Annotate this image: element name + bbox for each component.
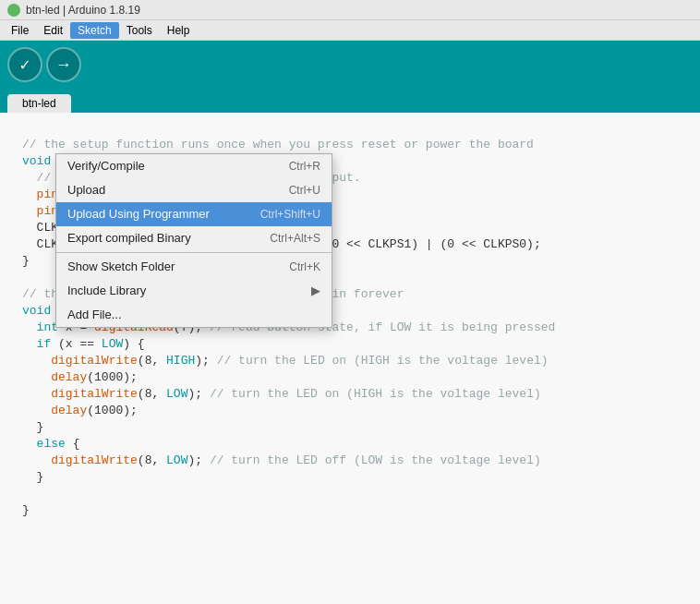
include-library-label: Include Library [67,283,304,299]
code-line-17: digitalWrite(8, LOW); // turn the LED on… [11,386,689,403]
upload-programmer-label: Upload Using Programmer [67,206,242,223]
menu-file[interactable]: File [4,22,36,39]
add-file-label: Add File... [67,307,320,323]
upload-shortcut: Ctrl+U [289,182,320,199]
dropdown-separator [56,252,332,253]
verify-compile-label: Verify/Compile [67,158,271,175]
code-line-16: delay(1000); [11,369,689,386]
export-binary-shortcut: Ctrl+Alt+S [270,230,320,247]
code-editor: // the setup function runs once when you… [0,113,700,604]
sketch-dropdown: Verify/Compile Ctrl+R Upload Ctrl+U Uplo… [55,153,332,328]
verify-button[interactable]: ✓ [7,47,42,82]
code-line-1 [11,120,689,137]
code-line-15: digitalWrite(8, HIGH); // turn the LED o… [11,353,689,369]
title-bar: btn-led | Arduino 1.8.19 [0,0,700,20]
tab-btn-led[interactable]: btn-led [7,94,71,113]
upload-label: Upload [67,182,271,199]
show-sketch-folder-label: Show Sketch Folder [67,259,271,275]
tab-bar: btn-led [0,89,700,113]
include-library-arrow: ▶ [311,283,320,299]
code-line-22: } [11,469,689,486]
menu-tools[interactable]: Tools [119,22,160,39]
code-line-19: } [11,419,689,436]
code-line-2: // the setup function runs once when you… [11,137,689,153]
menu-help[interactable]: Help [160,22,198,39]
menu-verify-compile[interactable]: Verify/Compile Ctrl+R [56,154,332,178]
menu-include-library[interactable]: Include Library ▶ [56,279,332,303]
code-line-14: if (x == LOW) { [11,336,689,353]
upload-button[interactable]: → [46,47,81,82]
code-line-18: delay(1000); [11,403,689,419]
menu-edit[interactable]: Edit [36,22,70,39]
code-line-24: } [11,502,689,519]
toolbar: ✓ → [0,41,700,89]
verify-compile-shortcut: Ctrl+R [289,158,320,175]
menu-upload-programmer[interactable]: Upload Using Programmer Ctrl+Shift+U [56,202,332,226]
menu-show-sketch-folder[interactable]: Show Sketch Folder Ctrl+K [56,255,332,279]
window-title: btn-led | Arduino 1.8.19 [26,4,140,17]
menu-upload[interactable]: Upload Ctrl+U [56,178,332,202]
upload-programmer-shortcut: Ctrl+Shift+U [260,206,320,223]
menu-add-file[interactable]: Add File... [56,303,332,327]
menu-export-binary[interactable]: Export compiled Binary Ctrl+Alt+S [56,226,332,250]
menu-sketch[interactable]: Sketch [70,22,119,39]
export-binary-label: Export compiled Binary [67,230,251,247]
app-icon [7,4,20,17]
dropdown-menu: Verify/Compile Ctrl+R Upload Ctrl+U Uplo… [55,153,332,328]
menu-bar: File Edit Sketch Tools Help [0,20,700,41]
code-line-20: else { [11,436,689,453]
code-line-23 [11,486,689,502]
show-sketch-folder-shortcut: Ctrl+K [289,259,320,275]
code-line-21: digitalWrite(8, LOW); // turn the LED of… [11,453,689,469]
